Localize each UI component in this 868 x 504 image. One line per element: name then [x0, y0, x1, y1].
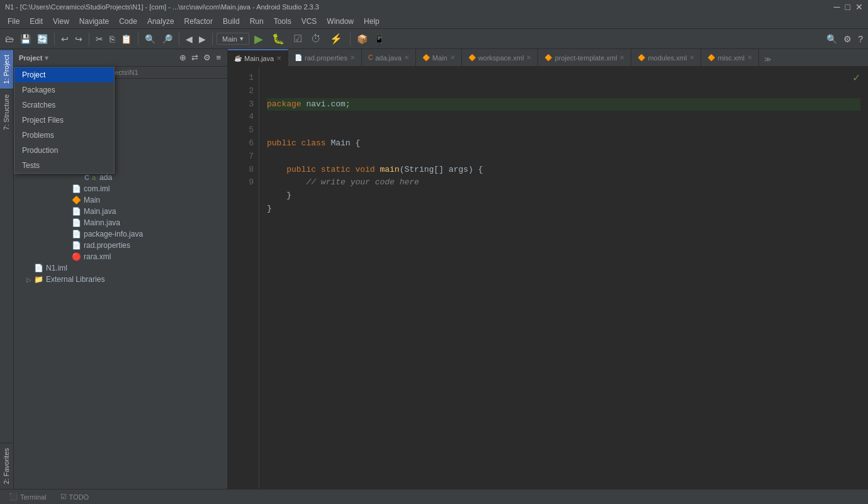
- run-config-dropdown[interactable]: Main ▾: [217, 33, 249, 45]
- menu-navigate[interactable]: Navigate: [74, 16, 114, 27]
- letter-icon-ada: a: [92, 174, 96, 181]
- panel-collapse-btn[interactable]: ≡: [215, 52, 222, 64]
- menu-refactor[interactable]: Refactor: [179, 16, 218, 27]
- menu-edit[interactable]: Edit: [25, 16, 48, 27]
- toolbar-sep-1: [54, 33, 55, 45]
- menu-file[interactable]: File: [3, 16, 25, 27]
- menu-bar: File Edit View Navigate Code Analyze Ref…: [0, 14, 868, 29]
- debug-button[interactable]: 🐛: [268, 31, 288, 46]
- toolbar-sep-5: [212, 33, 213, 45]
- tab-close-workspace[interactable]: ✕: [526, 54, 531, 61]
- menu-vcs[interactable]: VCS: [296, 16, 322, 27]
- panel-link-btn[interactable]: ⇄: [190, 52, 200, 64]
- menu-window[interactable]: Window: [322, 16, 359, 27]
- tab-misc-xml[interactable]: 🔶 misc.xml ✕: [701, 49, 759, 66]
- tab-workspace-xml[interactable]: 🔶 workspace.xml ✕: [462, 49, 539, 66]
- line-num-9: 9: [228, 176, 254, 189]
- project-panel-title: Project: [19, 54, 42, 62]
- title-bar-controls: ─ □ ✕: [834, 2, 863, 12]
- terminal-tab[interactable]: ⬛ Terminal: [3, 491, 53, 502]
- tree-item-rad-properties[interactable]: 📄 rad.properties: [14, 240, 227, 251]
- sidebar-tab-structure[interactable]: 7: Structure: [0, 89, 13, 135]
- menu-tools[interactable]: Tools: [269, 16, 296, 27]
- tree-item-main[interactable]: 🔶 Main: [14, 194, 227, 206]
- code-content[interactable]: package navi.com; public class Main { pu…: [259, 67, 868, 489]
- tab-close-main[interactable]: ✕: [450, 54, 455, 61]
- tab-ada-java[interactable]: C ada.java ✕: [362, 49, 416, 66]
- tree-item-external-libs[interactable]: ▷ 📁 External Libraries: [14, 274, 227, 285]
- toolbar-sep-6: [350, 33, 351, 45]
- dropdown-problems[interactable]: Problems: [14, 128, 114, 143]
- dropdown-production[interactable]: Production: [14, 143, 114, 158]
- minimize-button[interactable]: ─: [834, 2, 840, 12]
- tree-name-main: Main: [84, 196, 100, 204]
- tab-label-main: Main: [432, 54, 448, 62]
- sidebar-tab-favorites[interactable]: 2: Favorites: [0, 442, 13, 489]
- menu-run[interactable]: Run: [245, 16, 269, 27]
- toolbar-find-btn[interactable]: 🔍: [142, 33, 158, 45]
- toolbar-replace-btn[interactable]: 🔎: [159, 33, 175, 45]
- settings-btn[interactable]: ⚙: [841, 33, 854, 45]
- menu-help[interactable]: Help: [359, 16, 385, 27]
- search-everywhere-btn[interactable]: 🔍: [824, 33, 840, 45]
- tab-icon-main: 🔶: [422, 54, 430, 61]
- tab-overflow-btn[interactable]: ≫: [759, 53, 777, 66]
- menu-code[interactable]: Code: [114, 16, 142, 27]
- apply-changes-button[interactable]: ⚡: [326, 31, 346, 46]
- tree-item-mainn-java[interactable]: 📄 Mainn.java: [14, 217, 227, 228]
- tree-item-main-java[interactable]: 📄 Main.java: [14, 206, 227, 217]
- tab-close-project-template[interactable]: ✕: [619, 54, 624, 61]
- todo-tab[interactable]: ☑ TODO: [54, 491, 96, 502]
- toolbar-redo-btn[interactable]: ↪: [72, 33, 85, 45]
- toolbar-paste-btn[interactable]: 📋: [118, 33, 134, 45]
- tab-label-misc: misc.xml: [718, 54, 745, 62]
- tab-close-rad[interactable]: ✕: [350, 54, 355, 61]
- project-dropdown-arrow[interactable]: ▾: [45, 53, 48, 62]
- line-num-7: 7: [228, 150, 254, 164]
- toolbar-cut-btn[interactable]: ✂: [93, 33, 106, 45]
- toolbar-back-btn[interactable]: ◀: [183, 33, 195, 45]
- tab-main-java[interactable]: ☕ Main.java ✕: [228, 49, 288, 66]
- menu-analyze[interactable]: Analyze: [142, 16, 179, 27]
- tree-item-package-info[interactable]: 📄 package-info.java: [14, 228, 227, 240]
- tab-close-ada[interactable]: ✕: [404, 54, 409, 61]
- sdk-manager-btn[interactable]: 📦: [354, 33, 370, 45]
- toolbar-undo-btn[interactable]: ↩: [59, 33, 71, 45]
- tab-close-main-java[interactable]: ✕: [276, 55, 281, 62]
- profile-button[interactable]: ⏱: [307, 32, 325, 46]
- toolbar-project-btn[interactable]: 🗁: [3, 33, 16, 45]
- panel-scope-btn[interactable]: ⊕: [178, 52, 188, 64]
- dropdown-project-files[interactable]: Project Files: [14, 113, 114, 128]
- tab-project-template[interactable]: 🔶 project-template.xml ✕: [538, 49, 631, 66]
- dropdown-scratches[interactable]: Scratches: [14, 98, 114, 113]
- toolbar-forward-btn[interactable]: ▶: [196, 33, 208, 45]
- xml-icon-rara: 🔴: [72, 252, 81, 261]
- tab-close-modules[interactable]: ✕: [689, 54, 694, 61]
- menu-view[interactable]: View: [48, 16, 74, 27]
- tree-name-ada: ada: [99, 173, 112, 182]
- panel-gear-btn[interactable]: ⚙: [202, 52, 212, 64]
- maximize-button[interactable]: □: [845, 2, 850, 12]
- toolbar-sep-2: [89, 33, 89, 45]
- toolbar-copy-btn[interactable]: ⎘: [107, 33, 117, 45]
- dropdown-packages[interactable]: Packages: [14, 82, 114, 98]
- tab-rad-properties[interactable]: 📄 rad.properties ✕: [288, 49, 362, 66]
- dropdown-project[interactable]: Project: [14, 67, 114, 82]
- tab-icon-workspace: 🔶: [468, 54, 476, 61]
- dropdown-tests[interactable]: Tests: [14, 158, 114, 173]
- avd-manager-btn[interactable]: 📱: [371, 33, 387, 45]
- toolbar-sync-btn[interactable]: 🔄: [35, 33, 50, 45]
- tree-item-rara-xml[interactable]: 🔴 rara.xml: [14, 251, 227, 262]
- run-button[interactable]: ▶: [251, 31, 267, 47]
- close-button[interactable]: ✕: [855, 2, 863, 12]
- sidebar-tab-project[interactable]: 1: Project: [0, 49, 13, 89]
- toolbar-save-btn[interactable]: 💾: [18, 33, 33, 45]
- tab-main[interactable]: 🔶 Main ✕: [416, 49, 462, 66]
- tab-modules-xml[interactable]: 🔶 modules.xml ✕: [631, 49, 701, 66]
- help-btn[interactable]: ?: [855, 33, 865, 45]
- coverage-button[interactable]: ☑: [290, 31, 306, 46]
- tree-item-com-iml[interactable]: 📄 com.iml: [14, 183, 227, 194]
- tree-item-n1-iml[interactable]: 📄 N1.iml: [14, 262, 227, 274]
- tab-close-misc[interactable]: ✕: [747, 54, 752, 61]
- menu-build[interactable]: Build: [218, 16, 245, 27]
